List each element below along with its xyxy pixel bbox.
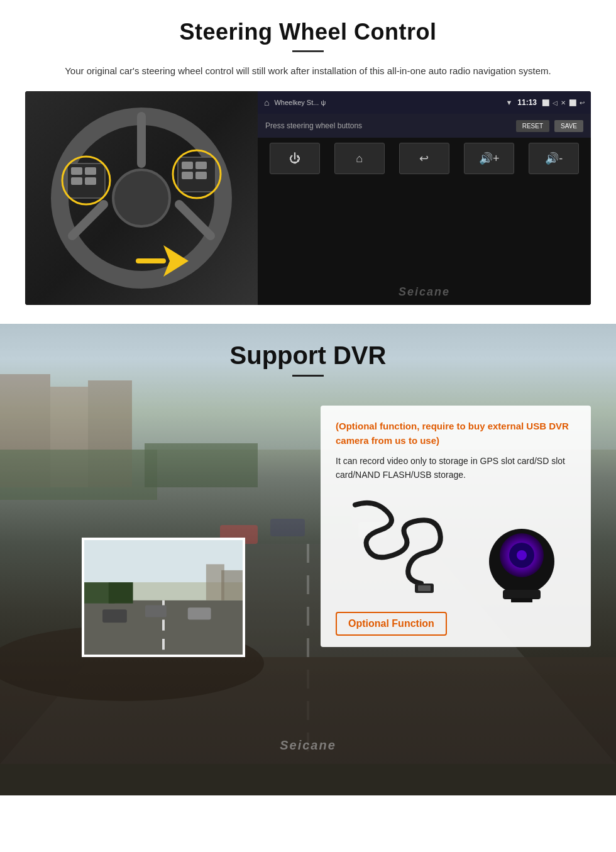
dvr-road-thumbnail <box>82 538 245 657</box>
volume-icon: ◁ <box>553 99 558 106</box>
status-bar: ⌂ Wheelkey St... ψ ▼ 11:13 ⬜ ◁ ✕ ⬜ ↩ <box>258 91 591 114</box>
power-btn[interactable]: ⏻ <box>270 143 320 174</box>
svg-rect-28 <box>270 519 305 536</box>
svg-rect-14 <box>195 172 207 179</box>
svg-rect-8 <box>71 177 82 185</box>
steering-wheel-photo <box>25 91 258 305</box>
svg-rect-51 <box>511 598 532 602</box>
swc-title: Steering Wheel Control <box>25 19 591 45</box>
svg-rect-6 <box>71 167 82 175</box>
bottom-strip <box>0 764 616 795</box>
vol-down-btn[interactable]: 🔊- <box>529 143 579 174</box>
dvr-title: Support DVR <box>230 341 387 370</box>
svg-rect-45 <box>418 585 431 591</box>
svg-line-2 <box>72 204 104 236</box>
optional-function-label: Optional Function <box>336 612 447 636</box>
wifi-icon: ▼ <box>505 99 512 106</box>
seicane-watermark: Seicane <box>399 285 450 299</box>
swc-subtitle: Your original car's steering wheel contr… <box>25 64 591 79</box>
swc-title-divider <box>292 50 324 52</box>
svg-point-49 <box>517 550 527 560</box>
svg-rect-50 <box>503 590 541 599</box>
svg-rect-24 <box>145 443 258 487</box>
swc-composite-image: ⌂ Wheelkey St... ψ ▼ 11:13 ⬜ ◁ ✕ ⬜ ↩ Pre… <box>25 91 591 305</box>
svg-rect-37 <box>145 605 167 617</box>
optional-function-badge: Optional Function <box>336 612 576 636</box>
statusbar-icon-group: ⬜ ◁ ✕ ⬜ ↩ <box>542 99 585 106</box>
steering-wheel-graphic <box>41 101 242 296</box>
svg-rect-13 <box>182 172 193 179</box>
dvr-title-divider <box>292 375 324 377</box>
screen-icon: ⬜ <box>569 99 576 106</box>
close-icon: ✕ <box>561 99 566 106</box>
home-btn[interactable]: ⌂ <box>334 143 385 174</box>
dvr-title-area: Support DVR <box>0 324 616 377</box>
wheelkey-buttons-row: ⏻ ⌂ ↩ 🔊+ 🔊- <box>258 138 591 179</box>
steering-wheel-svg <box>41 101 242 296</box>
dvr-seicane-watermark: Seicane <box>280 738 336 753</box>
back-icon: ↩ <box>580 99 585 106</box>
svg-line-3 <box>179 204 211 236</box>
vol-up-btn[interactable]: 🔊+ <box>464 143 514 174</box>
svg-rect-40 <box>109 579 133 603</box>
camera-icon: ⬜ <box>542 99 549 106</box>
svg-rect-43 <box>221 570 243 600</box>
toolbar-instruction: Press steering wheel buttons <box>265 121 511 130</box>
dvr-section: Support DVR (Optional function, require … <box>0 324 616 764</box>
dvr-description: It can record video only to storage in G… <box>336 454 576 482</box>
svg-rect-7 <box>85 167 96 175</box>
back-btn[interactable]: ↩ <box>399 143 449 174</box>
wheelkey-toolbar: Press steering wheel buttons RESET SAVE <box>258 114 591 138</box>
svg-rect-36 <box>102 609 127 622</box>
statusbar-app-title: Wheelkey St... ψ <box>274 99 500 106</box>
swc-section: Steering Wheel Control Your original car… <box>0 0 616 305</box>
dvr-camera-image <box>336 491 576 604</box>
svg-rect-9 <box>85 177 96 185</box>
svg-rect-38 <box>188 607 211 619</box>
svg-rect-23 <box>0 450 157 500</box>
svg-point-4 <box>113 170 170 226</box>
screen-watermark-area: Seicane <box>258 179 591 305</box>
dvr-info-box: (Optional function, require to buy exter… <box>321 406 591 647</box>
save-button[interactable]: SAVE <box>554 120 583 132</box>
reset-button[interactable]: RESET <box>516 120 549 132</box>
dvr-camera-svg <box>336 492 575 602</box>
home-icon: ⌂ <box>264 97 269 108</box>
dvr-thumb-svg <box>84 540 243 655</box>
android-screen: ⌂ Wheelkey St... ψ ▼ 11:13 ⬜ ◁ ✕ ⬜ ↩ Pre… <box>258 91 591 305</box>
statusbar-time: 11:13 <box>517 98 537 107</box>
svg-rect-12 <box>195 162 207 169</box>
dvr-optional-text: (Optional function, require to buy exter… <box>336 419 576 448</box>
svg-rect-11 <box>182 162 193 169</box>
